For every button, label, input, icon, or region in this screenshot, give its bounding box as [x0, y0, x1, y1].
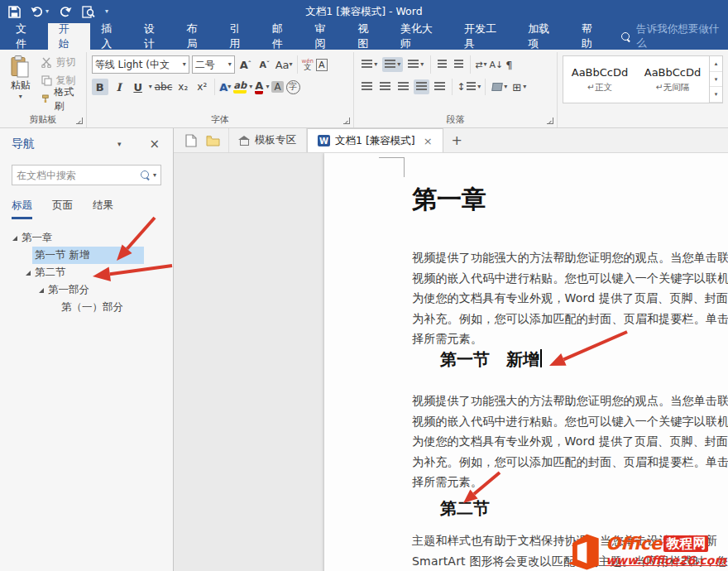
style-no-spacing[interactable]: AaBbCcDd ↵无间隔 [636, 56, 709, 103]
subscript-button[interactable]: x₂ [175, 79, 191, 95]
search-icon[interactable] [141, 170, 149, 180]
tab-layout[interactable]: 布局 [176, 23, 219, 50]
line-spacing-button[interactable]: ↕▾ [457, 81, 481, 93]
navigation-options-caret-icon[interactable]: ▾ [117, 141, 122, 147]
bold-button[interactable]: B [92, 79, 108, 95]
style-name: ↵正文 [587, 82, 612, 94]
highlight-color-button[interactable]: ab [233, 80, 247, 94]
open-document-button[interactable] [202, 128, 223, 152]
enclose-characters-button[interactable]: 字 [286, 80, 300, 94]
underline-caret-icon[interactable]: ▾ [149, 84, 152, 90]
tab-help[interactable]: 帮助 [571, 23, 614, 50]
nav-tab-results[interactable]: 结果 [93, 199, 113, 219]
tab-developer[interactable]: 开发工具 [453, 23, 517, 50]
document-page[interactable]: 第一章 视频提供了功能强大的方法帮助您证明您的观点。当您单击联机 视频的嵌入代码… [324, 153, 728, 571]
clipboard-dialog-launcher[interactable] [76, 118, 83, 124]
font-color-label: A [255, 80, 263, 91]
asian-layout-button[interactable]: ⇄▾ [475, 60, 486, 70]
character-border-button[interactable]: A [316, 59, 328, 71]
font-size-value: 二号 [195, 58, 215, 72]
tab-home[interactable]: 开始 [48, 23, 91, 50]
styles-scrollbar: ▴ ▾ ▾ [709, 56, 722, 103]
strikethrough-button[interactable]: abc [155, 79, 173, 95]
bullets-caret-icon: ▾ [374, 61, 377, 68]
superscript-button[interactable]: x² [194, 79, 210, 95]
borders-icon: ⊞ [512, 81, 521, 94]
text-effects-button[interactable]: A▾ [219, 81, 231, 94]
tab-review[interactable]: 审阅 [304, 23, 347, 50]
character-shading-button[interactable]: A [271, 81, 283, 93]
borders-button[interactable]: ⊞▾ [512, 81, 526, 94]
multilevel-list-button[interactable]: ▾ [405, 57, 426, 72]
navigation-close-button[interactable]: × [149, 137, 160, 151]
tab-design[interactable]: 设计 [133, 23, 176, 50]
bullets-button[interactable]: ▾ [359, 57, 380, 72]
search-options-caret-icon[interactable]: ▾ [153, 172, 156, 179]
text-line: 视频提供了功能强大的方法帮助您证明您的观点。当您单击联机 [412, 247, 728, 268]
collapse-triangle-icon[interactable] [26, 271, 31, 276]
phonetic-guide-button[interactable]: wén 文 [302, 59, 314, 70]
tab-insert[interactable]: 插入 [90, 23, 133, 50]
nav-heading-chapter1[interactable]: 第一章 [0, 229, 173, 247]
line-spacing-caret-icon: ▾ [477, 84, 481, 90]
tab-file[interactable]: 文件 [5, 23, 48, 50]
text-effects-caret-icon: ▾ [228, 84, 231, 90]
underline-button[interactable]: U [130, 79, 146, 95]
styles-gallery-expand-button[interactable]: ▾ [710, 87, 722, 103]
nav-heading-section1-new[interactable]: 第一节 新增 [0, 247, 173, 264]
nav-heading-part1-sub[interactable]: 第（一）部分 [0, 299, 173, 316]
paragraph-dialog-launcher[interactable] [547, 118, 553, 124]
change-case-button[interactable]: Aa▾ [275, 56, 293, 73]
font-size-combo[interactable]: 二号 ▾ [192, 55, 235, 74]
close-tab-button[interactable]: × [424, 135, 433, 147]
numbering-button[interactable]: ▾ [382, 57, 403, 72]
decrease-indent-button[interactable] [435, 57, 449, 72]
styles-scroll-down-button[interactable]: ▾ [710, 72, 722, 88]
tab-mailings[interactable]: 邮件 [261, 23, 304, 50]
scissors-icon [41, 57, 52, 68]
search-input[interactable] [17, 170, 141, 181]
font-color-button[interactable]: A [255, 80, 263, 94]
tab-references[interactable]: 引用 [218, 23, 261, 50]
align-right-button[interactable] [395, 79, 411, 94]
highlight-caret-icon[interactable]: ▾ [249, 84, 252, 90]
collapse-triangle-icon[interactable] [39, 288, 44, 293]
text-line: 视频的嵌入代码中进行粘贴。您也可以键入一个关键字以联机搜 [412, 411, 728, 432]
italic-button[interactable]: I [111, 79, 127, 95]
tab-view[interactable]: 视图 [347, 23, 390, 50]
font-color-caret-icon[interactable]: ▾ [266, 84, 269, 90]
line-spacing-icon: ↕ [457, 81, 465, 93]
tab-template-zone[interactable]: 模板专区 [228, 128, 307, 152]
paste-button[interactable]: 粘贴 ▾ [5, 54, 36, 108]
styles-scroll-up-button[interactable]: ▴ [710, 56, 722, 72]
nav-heading-part1[interactable]: 第一部分 [0, 281, 173, 299]
collapse-triangle-icon[interactable] [12, 236, 17, 241]
change-case-caret-icon: ▾ [290, 61, 293, 68]
format-painter-button[interactable]: 格式刷 [39, 90, 80, 108]
nav-tab-headings[interactable]: 标题 [12, 199, 32, 219]
align-center-button[interactable] [377, 79, 393, 94]
tab-addins[interactable]: 加载项 [517, 23, 570, 50]
tab-document1[interactable]: W 文档1 [兼容模式] × [307, 128, 443, 152]
paste-caret-icon: ▾ [19, 94, 22, 100]
new-document-button[interactable] [180, 128, 202, 152]
increase-indent-button[interactable] [452, 57, 466, 72]
tell-me-search[interactable]: 告诉我你想要做什么 [621, 23, 728, 50]
align-left-button[interactable] [359, 79, 375, 94]
nav-tab-pages[interactable]: 页面 [52, 199, 73, 219]
grow-font-button[interactable]: Aˆ [237, 56, 254, 73]
tab-beautify-master[interactable]: 美化大师 [390, 23, 453, 50]
font-name-combo[interactable]: 等线 Light (中文 ▾ [92, 55, 189, 74]
new-tab-button[interactable]: + [443, 128, 471, 152]
shading-button[interactable]: ▾ [490, 80, 510, 94]
justify-button[interactable] [414, 79, 429, 94]
font-dialog-launcher[interactable] [343, 118, 350, 124]
distribute-button[interactable] [432, 79, 448, 94]
cut-button[interactable]: 剪切 [39, 54, 80, 71]
sort-button[interactable]: A↓ [489, 60, 503, 70]
style-normal[interactable]: AaBbCcDd ↵正文 [563, 56, 636, 103]
show-hide-marks-button[interactable]: ¶ [505, 59, 512, 71]
nav-heading-label: 第一部分 [46, 281, 96, 299]
nav-heading-section2[interactable]: 第二节 [0, 264, 173, 281]
shrink-font-button[interactable]: Aˇ [256, 56, 273, 73]
